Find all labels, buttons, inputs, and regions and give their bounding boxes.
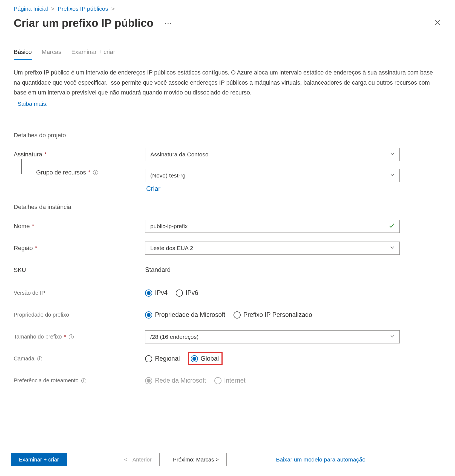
label-prefix-size: Tamanho do prefixo* i xyxy=(14,334,145,340)
page-title: Criar um prefixo IP público xyxy=(14,17,153,29)
label-tier: Camada i xyxy=(14,355,145,362)
label-subscription: Assinatura* xyxy=(14,151,145,158)
info-icon[interactable]: i xyxy=(93,170,98,175)
footer-bar: Examinar + criar < Anterior Próximo: Mar… xyxy=(0,443,455,476)
label-region: Região* xyxy=(14,245,145,252)
region-select[interactable]: Leste dos EUA 2 xyxy=(145,242,400,255)
label-sku: SKU xyxy=(14,266,145,274)
section-instance-details: Detalhes da instância xyxy=(14,203,441,211)
breadcrumb-home[interactable]: Página Inicial xyxy=(14,5,48,12)
close-icon[interactable] xyxy=(434,19,441,28)
tab-review-create[interactable]: Examinar + criar xyxy=(71,48,115,60)
info-icon[interactable]: i xyxy=(37,356,42,361)
chevron-down-icon xyxy=(390,151,395,158)
radio-regional[interactable]: Regional xyxy=(145,355,180,362)
radio-global[interactable]: Global xyxy=(191,355,219,362)
more-menu-icon[interactable]: ⋯ xyxy=(164,19,172,28)
highlight-global-tier: Global xyxy=(188,352,223,365)
label-name: Nome* xyxy=(14,223,145,230)
radio-ipv4[interactable]: IPv4 xyxy=(145,289,168,297)
resource-group-value: (Novo) test-rg xyxy=(150,172,185,179)
next-button[interactable]: Próximo: Marcas > xyxy=(165,453,227,466)
breadcrumb-prefixes[interactable]: Prefixos IP públicos xyxy=(58,5,108,12)
info-icon[interactable]: i xyxy=(69,334,74,339)
tab-basic[interactable]: Básico xyxy=(14,48,32,60)
prefix-size-select[interactable]: /28 (16 endereços) xyxy=(145,330,400,343)
label-routing-preference: Preferência de roteamento i xyxy=(14,377,145,384)
label-prefix-ownership: Propriedade do prefixo xyxy=(14,312,145,318)
name-input[interactable]: public-ip-prefix xyxy=(145,220,400,233)
tab-tags[interactable]: Marcas xyxy=(42,48,61,60)
resource-group-select[interactable]: (Novo) test-rg xyxy=(145,169,400,182)
subscription-value: Assinatura da Contoso xyxy=(150,151,208,158)
radio-microsoft-network: Rede da Microsoft xyxy=(145,377,206,384)
chevron-down-icon xyxy=(390,172,395,179)
name-value: public-ip-prefix xyxy=(150,223,188,230)
radio-internet: Internet xyxy=(214,377,246,384)
chevron-down-icon xyxy=(390,333,395,340)
region-value: Leste dos EUA 2 xyxy=(150,245,193,251)
description-text: Um prefixo IP público é um intervalo de … xyxy=(14,68,438,98)
breadcrumb-separator: > xyxy=(111,5,115,12)
breadcrumb-separator: > xyxy=(51,5,54,12)
section-project-details: Detalhes do projeto xyxy=(14,132,441,139)
radio-ipv6[interactable]: IPv6 xyxy=(176,289,198,297)
label-resource-group: Grupo de recursos* i xyxy=(14,169,145,176)
create-new-resource-group-link[interactable]: Criar xyxy=(146,185,400,193)
chevron-down-icon xyxy=(390,245,395,251)
download-template-link[interactable]: Baixar um modelo para automação xyxy=(276,456,365,463)
info-icon[interactable]: i xyxy=(81,378,86,383)
breadcrumb: Página Inicial > Prefixos IP públicos > xyxy=(14,5,441,12)
learn-more-link[interactable]: Saiba mais. xyxy=(18,101,48,107)
subscription-select[interactable]: Assinatura da Contoso xyxy=(145,148,400,161)
radio-microsoft-owned[interactable]: Propriedade da Microsoft xyxy=(145,311,225,319)
sku-value: Standard xyxy=(145,266,400,274)
tab-bar: Básico Marcas Examinar + criar xyxy=(14,48,441,60)
review-create-button[interactable]: Examinar + criar xyxy=(11,453,67,466)
label-ip-version: Versão de IP xyxy=(14,290,145,296)
previous-button[interactable]: < Anterior xyxy=(116,453,160,466)
radio-custom-prefix[interactable]: Prefixo IP Personalizado xyxy=(234,311,312,319)
prefix-size-value: /28 (16 endereços) xyxy=(150,334,198,340)
check-icon xyxy=(388,222,395,230)
